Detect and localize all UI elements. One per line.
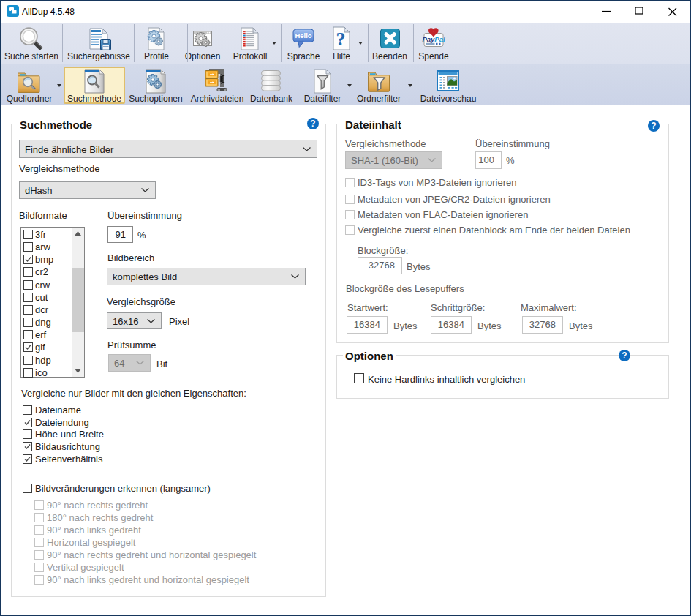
- svg-text:?: ?: [336, 29, 346, 50]
- svg-text:PayPal: PayPal: [422, 35, 445, 43]
- svg-text:Hello: Hello: [295, 31, 311, 40]
